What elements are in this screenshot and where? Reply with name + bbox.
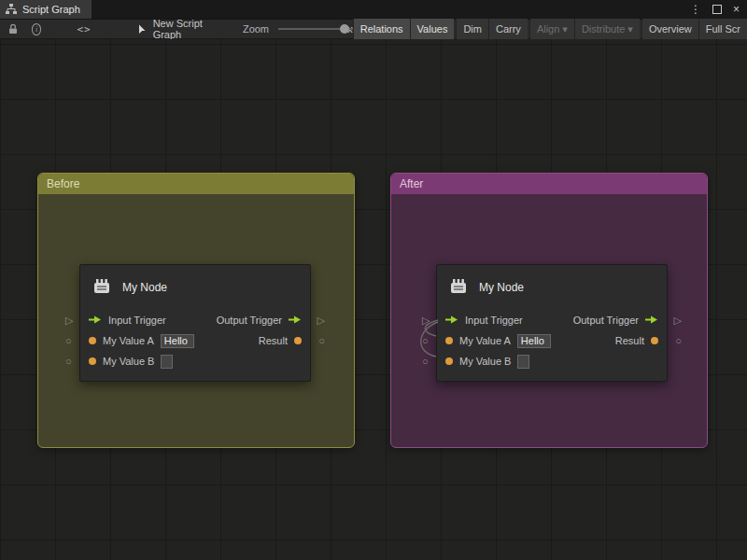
node-header[interactable]: My Node	[437, 265, 667, 310]
value-dot-icon[interactable]	[445, 337, 453, 344]
group-after[interactable]: After	[390, 173, 708, 448]
value-a-row: My Value A Hello Result	[80, 330, 310, 351]
graph-canvas[interactable]: Before My Node	[0, 39, 747, 560]
value-b-label: My Value B	[103, 356, 154, 367]
value-a-input[interactable]: Hello	[161, 334, 194, 348]
value-a-port[interactable]: ○	[65, 336, 72, 346]
node-title: My Node	[122, 281, 167, 294]
align-button: Align ▾	[529, 19, 574, 39]
value-dot-icon[interactable]	[89, 357, 96, 365]
output-trigger-label: Output Trigger	[573, 315, 639, 326]
graph-toolbar: i <> New Script Graph Zoom 1x Relations …	[0, 19, 747, 39]
my-node-icon	[92, 276, 112, 300]
output-trigger-label: Output Trigger	[217, 315, 282, 326]
value-a-row: My Value A Hello Result	[437, 330, 667, 351]
flow-arrow-icon[interactable]	[445, 315, 458, 326]
my-node-after[interactable]: My Node Input Trigger Output Trigger	[436, 264, 668, 382]
my-node-before[interactable]: My Node Input Trigger Output Trigger	[79, 264, 311, 382]
zoom-label: Zoom	[243, 23, 269, 35]
result-port[interactable]: ○	[318, 336, 325, 346]
script-graph-icon	[6, 4, 17, 15]
node-header[interactable]: My Node	[80, 265, 310, 310]
result-label: Result	[259, 335, 288, 346]
tab-title: Script Graph	[22, 4, 80, 15]
zoom-slider[interactable]	[278, 23, 335, 35]
output-trigger-port[interactable]: ▷	[674, 315, 682, 326]
value-b-input[interactable]	[161, 355, 173, 369]
value-b-row: My Value B	[80, 351, 310, 371]
value-b-row: My Value B	[437, 351, 667, 371]
script-graph-window: Script Graph ⋮ × i <> New Script Graph Z…	[0, 0, 747, 560]
value-dot-icon[interactable]	[445, 357, 453, 365]
code-view-icon[interactable]: <>	[77, 23, 91, 35]
dim-button[interactable]: Dim	[456, 19, 488, 39]
group-before-header[interactable]: Before	[38, 174, 354, 194]
value-b-input[interactable]	[517, 355, 529, 369]
value-b-port[interactable]: ○	[65, 357, 72, 367]
value-b-port[interactable]: ○	[422, 357, 429, 367]
relations-button[interactable]: Relations	[353, 19, 410, 39]
toolbar-buttons: Relations Values Dim Carry Align ▾ Distr…	[353, 19, 747, 39]
value-a-label: My Value A	[103, 335, 154, 346]
overview-button[interactable]: Overview	[641, 19, 698, 39]
tab-script-graph[interactable]: Script Graph	[0, 0, 92, 19]
node-title: My Node	[479, 281, 524, 294]
carry-button[interactable]: Carry	[488, 19, 528, 39]
result-label: Result	[615, 335, 644, 346]
values-button[interactable]: Values	[410, 19, 455, 39]
input-trigger-label: Input Trigger	[465, 315, 523, 326]
title-bar: Script Graph ⋮ ×	[0, 0, 747, 19]
group-title: After	[400, 177, 423, 190]
graph-name-label[interactable]: New Script Graph	[153, 18, 215, 40]
info-icon[interactable]: i	[32, 23, 41, 35]
result-port[interactable]: ○	[675, 336, 682, 346]
my-node-icon	[448, 276, 469, 300]
zoom-slider-thumb[interactable]	[340, 24, 349, 34]
lock-icon[interactable]	[7, 23, 19, 35]
trigger-row: Input Trigger Output Trigger	[80, 310, 310, 330]
flow-arrow-icon[interactable]	[289, 315, 302, 326]
value-dot-icon[interactable]	[89, 337, 96, 344]
close-icon[interactable]: ×	[733, 3, 740, 16]
input-trigger-label: Input Trigger	[108, 315, 166, 326]
chevron-down-icon: ▾	[562, 23, 568, 35]
graph-pointer-icon	[136, 23, 148, 35]
group-after-header[interactable]: After	[391, 174, 707, 194]
distribute-button: Distribute ▾	[574, 19, 640, 39]
group-before[interactable]: Before My Node	[37, 173, 355, 448]
trigger-row: Input Trigger Output Trigger	[437, 310, 667, 330]
output-trigger-port[interactable]: ▷	[317, 315, 325, 326]
value-a-input[interactable]: Hello	[517, 334, 551, 348]
value-a-port[interactable]: ○	[422, 336, 429, 346]
chevron-down-icon: ▾	[627, 23, 633, 35]
input-trigger-port[interactable]: ▷	[65, 315, 73, 326]
value-a-label: My Value A	[459, 335, 511, 346]
fullscreen-button[interactable]: Full Scr	[698, 19, 747, 39]
value-dot-icon[interactable]	[651, 337, 658, 344]
value-dot-icon[interactable]	[294, 337, 302, 344]
flow-arrow-icon[interactable]	[89, 315, 102, 326]
maximize-icon[interactable]	[712, 5, 722, 14]
value-b-label: My Value B	[459, 356, 511, 367]
group-title: Before	[47, 177, 79, 190]
flow-arrow-icon[interactable]	[645, 315, 658, 326]
kebab-menu-icon[interactable]: ⋮	[690, 3, 701, 16]
input-trigger-port[interactable]: ▷	[422, 315, 430, 326]
